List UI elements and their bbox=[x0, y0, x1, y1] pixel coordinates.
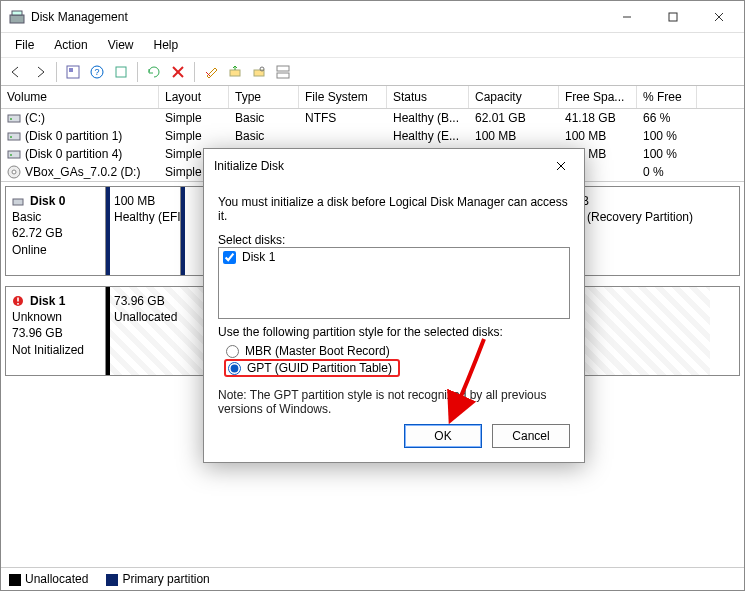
disk-title: Disk 1 bbox=[12, 293, 99, 309]
col-filesystem[interactable]: File System bbox=[299, 86, 387, 108]
svg-rect-0 bbox=[10, 15, 24, 23]
svg-rect-3 bbox=[669, 13, 677, 21]
col-capacity[interactable]: Capacity bbox=[469, 86, 559, 108]
volume-layout: Simple bbox=[159, 127, 229, 145]
maximize-button[interactable] bbox=[650, 3, 696, 31]
partition[interactable]: 100 MBHealthy (EFI bbox=[106, 187, 180, 275]
svg-point-23 bbox=[10, 154, 12, 156]
volume-pctfree: 0 % bbox=[637, 163, 697, 181]
col-status[interactable]: Status bbox=[387, 86, 469, 108]
svg-point-19 bbox=[10, 118, 12, 120]
col-volume[interactable]: Volume bbox=[1, 86, 159, 108]
volume-header: Volume Layout Type File System Status Ca… bbox=[1, 86, 744, 109]
layout-icon[interactable] bbox=[272, 61, 294, 83]
volume-layout: Simple bbox=[159, 109, 229, 127]
svg-rect-17 bbox=[277, 73, 289, 78]
disk-info: Disk 0Basic62.72 GBOnline bbox=[6, 187, 106, 275]
volume-capacity: 100 MB bbox=[469, 127, 559, 145]
disk-state: Not Initialized bbox=[12, 342, 99, 358]
disk-kind: Unknown bbox=[12, 309, 99, 325]
svg-rect-18 bbox=[8, 115, 20, 122]
menu-file[interactable]: File bbox=[7, 35, 42, 55]
volume-row[interactable]: (Disk 0 partition 1)SimpleBasicHealthy (… bbox=[1, 127, 744, 145]
initialize-disk-dialog: Initialize Disk You must initialize a di… bbox=[203, 148, 585, 463]
gpt-label: GPT (GUID Partition Table) bbox=[247, 361, 392, 375]
properties-icon[interactable] bbox=[200, 61, 222, 83]
select-disks-list[interactable]: Disk 1 bbox=[218, 247, 570, 319]
forward-button[interactable] bbox=[29, 61, 51, 83]
settings-icon[interactable] bbox=[62, 61, 84, 83]
svg-rect-29 bbox=[17, 303, 19, 305]
gpt-radio[interactable] bbox=[228, 362, 241, 375]
partition-size: MB bbox=[571, 193, 702, 209]
dialog-titlebar: Initialize Disk bbox=[204, 149, 584, 183]
volume-name: (Disk 0 partition 4) bbox=[25, 147, 122, 161]
volume-name: VBox_GAs_7.0.2 (D:) bbox=[25, 165, 140, 179]
legend-primary-swatch bbox=[106, 574, 118, 586]
volume-row[interactable]: (C:)SimpleBasicNTFSHealthy (B...62.01 GB… bbox=[1, 109, 744, 127]
disk-size: 73.96 GB bbox=[12, 325, 99, 341]
volume-fs: NTFS bbox=[299, 109, 387, 127]
volume-free: 41.18 GB bbox=[559, 109, 637, 127]
partition-status: hy (Recovery Partition) bbox=[571, 209, 702, 225]
dialog-message: You must initialize a disk before Logica… bbox=[218, 195, 570, 223]
partition-style-label: Use the following partition style for th… bbox=[218, 325, 570, 339]
svg-rect-1 bbox=[12, 11, 22, 15]
cancel-button[interactable]: Cancel bbox=[492, 424, 570, 448]
legend-unallocated-swatch bbox=[9, 574, 21, 586]
ok-button[interactable]: OK bbox=[404, 424, 482, 448]
drive-icon bbox=[7, 111, 21, 125]
disk1-checkbox-row[interactable]: Disk 1 bbox=[223, 250, 565, 264]
col-layout[interactable]: Layout bbox=[159, 86, 229, 108]
gpt-note: Note: The GPT partition style is not rec… bbox=[218, 388, 570, 416]
help-icon[interactable]: ? bbox=[86, 61, 108, 83]
minimize-button[interactable] bbox=[604, 3, 650, 31]
svg-text:?: ? bbox=[94, 67, 99, 77]
rescan-icon[interactable] bbox=[143, 61, 165, 83]
disk1-checkbox[interactable] bbox=[223, 251, 236, 264]
volume-pctfree: 66 % bbox=[637, 109, 697, 127]
titlebar: Disk Management bbox=[1, 1, 744, 33]
volume-type: Basic bbox=[229, 127, 299, 145]
back-button[interactable] bbox=[5, 61, 27, 83]
volume-status: Healthy (E... bbox=[387, 127, 469, 145]
volume-pctfree: 100 % bbox=[637, 145, 697, 163]
volume-free: 100 MB bbox=[559, 127, 637, 145]
mbr-radio-row[interactable]: MBR (Master Boot Record) bbox=[224, 343, 570, 359]
menu-action[interactable]: Action bbox=[46, 35, 95, 55]
svg-rect-16 bbox=[277, 66, 289, 71]
delete-icon[interactable] bbox=[167, 61, 189, 83]
col-free[interactable]: Free Spa... bbox=[559, 86, 637, 108]
partition-size: 100 MB bbox=[114, 193, 172, 209]
close-button[interactable] bbox=[696, 3, 742, 31]
app-icon bbox=[9, 9, 25, 25]
refresh-icon[interactable] bbox=[110, 61, 132, 83]
action2-icon[interactable] bbox=[248, 61, 270, 83]
dialog-close-button[interactable] bbox=[542, 155, 580, 177]
volume-name: (Disk 0 partition 1) bbox=[25, 129, 122, 143]
svg-point-25 bbox=[12, 170, 16, 174]
volume-type: Basic bbox=[229, 109, 299, 127]
svg-rect-13 bbox=[230, 70, 240, 76]
menu-view[interactable]: View bbox=[100, 35, 142, 55]
svg-rect-22 bbox=[8, 151, 20, 158]
menu-help[interactable]: Help bbox=[146, 35, 187, 55]
volume-status: Healthy (B... bbox=[387, 109, 469, 127]
volume-capacity: 62.01 GB bbox=[469, 109, 559, 127]
partition-status: Healthy (EFI bbox=[114, 209, 172, 225]
volume-name: (C:) bbox=[25, 111, 45, 125]
col-pctfree[interactable]: % Free bbox=[637, 86, 697, 108]
svg-point-21 bbox=[10, 136, 12, 138]
menubar: File Action View Help bbox=[1, 33, 744, 58]
mbr-radio[interactable] bbox=[226, 345, 239, 358]
disk-kind: Basic bbox=[12, 209, 99, 225]
col-type[interactable]: Type bbox=[229, 86, 299, 108]
dialog-title: Initialize Disk bbox=[214, 159, 542, 173]
action1-icon[interactable] bbox=[224, 61, 246, 83]
drive-icon bbox=[7, 129, 21, 143]
volume-pctfree: 100 % bbox=[637, 127, 697, 145]
gpt-radio-row[interactable]: GPT (GUID Partition Table) bbox=[228, 361, 392, 375]
disk-title: Disk 0 bbox=[12, 193, 99, 209]
disk1-label: Disk 1 bbox=[242, 250, 275, 264]
volume-fs bbox=[299, 127, 387, 145]
